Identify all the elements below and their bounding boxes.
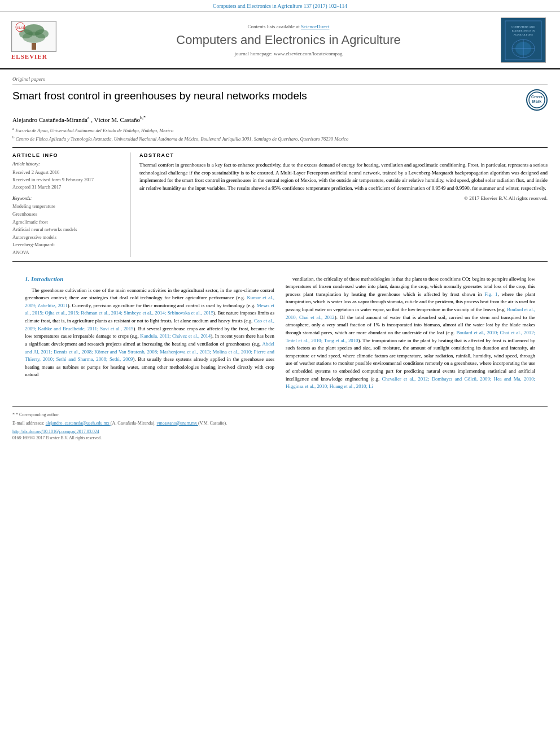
footer-divider xyxy=(12,407,548,407)
email-line: E-mail addresses: alejandro_castaneda@ua… xyxy=(12,420,548,427)
journal-right-logo: COMPUTERS AND ELECTRONICS IN AGRICULTURE xyxy=(498,18,549,63)
intro-paragraph-right: ventilation, the criticality of these me… xyxy=(286,276,535,391)
keyword-4: Artificial neural networks models xyxy=(12,226,122,234)
journal-homepage: journal homepage: www.elsevier.com/locat… xyxy=(85,51,492,56)
intro-heading: 1. Introduction xyxy=(25,276,274,282)
journal-citation-bar: Computers and Electronics in Agriculture… xyxy=(0,0,560,11)
contents-line: Contents lists available at ScienceDirec… xyxy=(85,24,492,29)
journal-citation-text: Computers and Electronics in Agriculture… xyxy=(213,3,347,9)
accepted-date: Accepted 31 March 2017 xyxy=(12,184,122,191)
affiliation-b-text: Centro de Física Aplicada y Tecnología A… xyxy=(16,136,349,142)
ref-abdel[interactable]: Abdel and Al, 2011; Bennis et al., 2008;… xyxy=(25,341,274,362)
affiliations: a Escuela de Apan, Universidad Autónoma … xyxy=(12,126,548,143)
abstract-column: ABSTRACT Thermal comfort in greenhouses … xyxy=(131,152,548,256)
footer-notes: * * Corresponding author. E-mail address… xyxy=(12,412,548,427)
page-wrapper: Computers and Electronics in Agriculture… xyxy=(0,0,560,440)
corresponding-author-note: * * Corresponding author. xyxy=(12,412,548,418)
svg-text:Mark: Mark xyxy=(532,99,541,103)
affiliation-a: a Escuela de Apan, Universidad Autónoma … xyxy=(12,126,548,134)
intro-text-right: ventilation, the criticality of these me… xyxy=(286,276,535,391)
journal-center: Contents lists available at ScienceDirec… xyxy=(79,24,498,56)
email2-owner: (V.M. Castaño). xyxy=(198,421,227,426)
article-info-abstract-section: ARTICLE INFO Article history: Received 2… xyxy=(12,147,548,261)
keyword-3: Agroclimatic frost xyxy=(12,219,122,226)
received-date: Received 2 August 2016 xyxy=(12,169,122,176)
ref-chevalier[interactable]: Chevalier et al., 2012; Dombaycı and Göl… xyxy=(286,376,535,390)
ref-kandula[interactable]: Kandula, 2011; Chávez et al., 2014 xyxy=(140,333,211,339)
footer-area: * * Corresponding author. E-mail address… xyxy=(0,407,560,440)
ref-boulard2[interactable]: Boulard et al., 2010; Chai et al., 2012;… xyxy=(286,330,535,343)
article-dates: Received 2 August 2016 Received in revis… xyxy=(12,169,122,190)
article-title-row: Smart frost control in greenhouses by ne… xyxy=(12,89,548,111)
elsevier-name-text: ELSEVIER xyxy=(11,53,79,60)
body-right-column: ventilation, the criticality of these me… xyxy=(286,276,535,395)
body-content: 1. Introduction The greenhouse cultivati… xyxy=(12,269,548,402)
email1-link[interactable]: alejandro_castaneda@uaeh.edu.mx xyxy=(46,421,111,426)
keyword-1: Modeling temperature xyxy=(12,203,122,211)
author2-sup: b,* xyxy=(140,115,146,120)
svg-text:ELSE: ELSE xyxy=(17,26,25,29)
article-section: Original papers Smart frost control in g… xyxy=(0,69,560,402)
article-title-text: Smart frost control in greenhouses by ne… xyxy=(12,89,307,103)
doi-link[interactable]: http://dx.doi.org/10.1016/j.compag.2017.… xyxy=(12,429,99,434)
journal-cover-image: COMPUTERS AND ELECTRONICS IN AGRICULTURE xyxy=(501,18,546,63)
affiliation-b: b Centro de Física Aplicada y Tecnología… xyxy=(12,135,548,143)
sciencedirect-link[interactable]: ScienceDirect xyxy=(301,24,329,29)
svg-text:AGRICULTURE: AGRICULTURE xyxy=(514,33,533,36)
email2-link[interactable]: vmcastano@unam.mx xyxy=(157,421,199,426)
svg-text:ELECTRONICS IN: ELECTRONICS IN xyxy=(512,29,535,32)
elsevier-tree-graphic: ELSE xyxy=(11,21,56,52)
elsevier-logo-area: ELSE ELSEVIER xyxy=(11,21,79,60)
abstract-copyright: © 2017 Elsevier B.V. All rights reserved… xyxy=(139,195,548,201)
svg-text:Cross: Cross xyxy=(531,95,542,99)
journal-header: ELSE ELSEVIER Contents lists available a… xyxy=(0,11,560,69)
crossmark-badge[interactable]: Cross Mark xyxy=(526,89,548,111)
ref-cao[interactable]: Cao et al., 2009; Kathke and Bruelheide,… xyxy=(25,318,274,331)
article-type-label: Original papers xyxy=(12,76,548,85)
intro-paragraph-1: The greenhouse cultivation is one of the… xyxy=(25,287,274,379)
ref-boulard[interactable]: Boulard et al., 2010; Chai et al., 2012 xyxy=(286,307,535,320)
ref-fig1[interactable]: Fig. 1 xyxy=(484,291,497,297)
keyword-7: ANOVA xyxy=(12,249,122,257)
ref-zabel[interactable]: Zabelitiz, 2011 xyxy=(38,303,68,308)
body-left-column: 1. Introduction The greenhouse cultivati… xyxy=(25,276,274,395)
keyword-2: Greenhouses xyxy=(12,211,122,219)
svg-text:COMPUTERS AND: COMPUTERS AND xyxy=(511,25,535,28)
author1-sup: a xyxy=(88,115,90,120)
keywords-list: Modeling temperature Greenhouses Agrocli… xyxy=(12,203,122,256)
affiliation-a-text: Escuela de Apan, Universidad Autónoma de… xyxy=(15,127,173,133)
article-info-label: ARTICLE INFO xyxy=(12,152,122,158)
author1-name: Alejandro Castañeda-Miranda xyxy=(12,116,88,123)
corresponding-text: * Corresponding author. xyxy=(16,412,60,417)
footer-issn: 0168-1699/© 2017 Elsevier B.V. All right… xyxy=(12,435,548,440)
received-revised-date: Received in revised form 9 February 2017 xyxy=(12,176,122,184)
email-label: E-mail addresses: xyxy=(12,421,45,426)
svg-point-4 xyxy=(23,32,45,43)
footer-doi[interactable]: http://dx.doi.org/10.1016/j.compag.2017.… xyxy=(12,429,548,434)
email1-owner: (A. Castañeda-Miranda), xyxy=(111,421,156,426)
abstract-text: Thermal comfort in greenhouses is a key … xyxy=(139,161,548,192)
svg-rect-5 xyxy=(32,43,36,50)
spacer xyxy=(12,262,548,269)
article-info-column: ARTICLE INFO Article history: Received 2… xyxy=(12,152,131,256)
authors-line: Alejandro Castañeda-Mirandaa , Víctor M.… xyxy=(12,115,548,123)
keyword-6: Levenberg-Marquardt xyxy=(12,241,122,249)
keyword-5: Autoregressive models xyxy=(12,234,122,242)
contents-text: Contents lists available at xyxy=(248,24,300,29)
keywords-label: Keywords: xyxy=(12,196,122,201)
authors-separator: , Víctor M. Castaño xyxy=(91,116,140,123)
journal-title: Computers and Electronics in Agriculture xyxy=(85,33,492,47)
intro-text-left: The greenhouse cultivation is one of the… xyxy=(25,287,274,379)
abstract-label: ABSTRACT xyxy=(139,152,548,158)
article-history-label: Article history: xyxy=(12,161,122,167)
